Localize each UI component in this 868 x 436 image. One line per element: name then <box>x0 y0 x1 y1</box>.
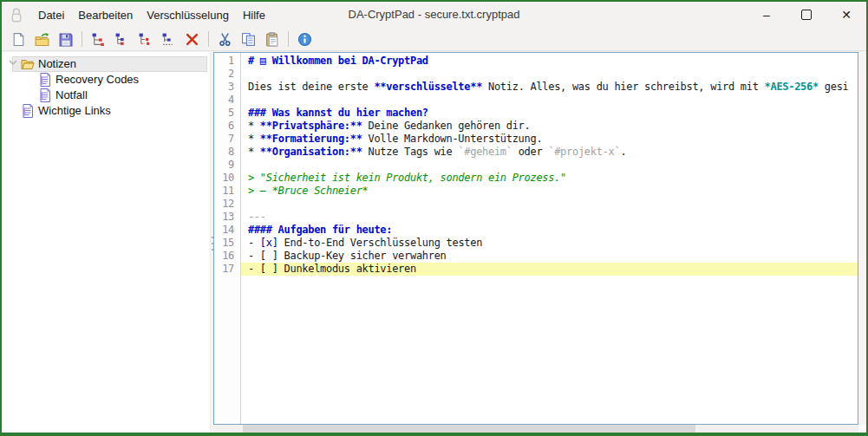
window-controls: – ✕ <box>747 2 866 28</box>
maximize-button[interactable] <box>786 2 826 28</box>
info-icon <box>297 32 312 47</box>
editor-text-area[interactable]: # ▤ Willkommen bei DA-CryptPad Dies ist … <box>241 53 858 424</box>
add-sibling-node-button[interactable] <box>134 29 156 49</box>
editor-text-segment: - [ ] Backup-Key sicher verwahren <box>248 250 447 262</box>
save-file-button[interactable] <box>55 29 76 49</box>
editor-line-16[interactable]: - [ ] Backup-Key sicher verwahren <box>241 250 858 263</box>
editor-line-9[interactable] <box>241 159 858 172</box>
toolbar-separator <box>288 31 289 47</box>
editor-vertical-scrollbar[interactable] <box>858 52 866 425</box>
menu-item-hilfe[interactable]: Hilfe <box>236 9 272 22</box>
sidebar-item-notizen[interactable]: Notizen <box>2 56 210 72</box>
editor-text-segment: **Privatsphäre:** <box>260 120 362 132</box>
folder-open-icon <box>21 57 35 71</box>
editor-text-segment: *AES-256* <box>765 81 819 93</box>
open-file-button[interactable] <box>31 29 53 49</box>
move-node-icon <box>161 32 176 47</box>
editor-line-10[interactable]: > "Sicherheit ist kein Produkt, sondern … <box>241 172 858 185</box>
editor-text-segment: * <box>248 133 260 145</box>
save-file-icon <box>58 32 73 47</box>
add-root-node-button[interactable] <box>88 29 109 49</box>
editor-line-8[interactable]: * **Organisation:** Nutze Tags wie `#geh… <box>241 146 858 159</box>
editor-horizontal-scrollbar[interactable] <box>213 425 858 434</box>
paste-icon <box>264 32 279 47</box>
new-file-icon <box>11 32 26 47</box>
editor-line-4[interactable] <box>241 94 858 107</box>
editor-line-13[interactable]: --- <box>241 211 858 224</box>
editor-line-2[interactable] <box>241 68 858 81</box>
add-sibling-node-icon <box>138 32 153 47</box>
cut-button[interactable] <box>214 29 236 49</box>
editor-line-1[interactable]: # ▤ Willkommen bei DA-CryptPad <box>241 55 858 68</box>
editor-text-segment: Dies ist deine erste <box>248 81 374 93</box>
editor-text-segment: * <box>248 146 260 158</box>
editor-text-segment: * <box>248 120 260 132</box>
editor-text-segment: **verschlüsselte** <box>374 81 482 93</box>
editor-text-segment: gesi <box>819 81 849 93</box>
paste-button[interactable] <box>261 29 283 49</box>
sidebar-item-recovery-codes[interactable]: Recovery Codes <box>2 72 210 88</box>
document-icon <box>21 104 35 118</box>
menu-item-verschl-sselung[interactable]: Verschlüsselung <box>140 9 236 22</box>
editor-text-segment: `#geheim` <box>458 146 512 158</box>
tree-item-label: Notizen <box>38 56 76 72</box>
line-number: 8 <box>214 146 240 159</box>
menu-item-bearbeiten[interactable]: Bearbeiten <box>71 9 140 22</box>
editor-text-segment: #### Aufgaben für heute: <box>248 224 392 236</box>
delete-node-icon <box>185 32 199 47</box>
line-number: 2 <box>214 68 240 81</box>
app-window: DateiBearbeitenVerschlüsselungHilfe DA-C… <box>0 0 868 436</box>
editor-line-5[interactable]: ### Was kannst du hier machen? <box>241 107 858 120</box>
editor-line-14[interactable]: #### Aufgaben für heute: <box>241 224 858 237</box>
editor-line-17[interactable]: - [ ] Dunkelmodus aktivieren <box>241 263 858 276</box>
line-number-gutter: 1234567891011121314151617 <box>214 53 241 424</box>
maximize-icon <box>801 10 812 20</box>
line-number: 3 <box>214 81 240 94</box>
editor-text-segment: - <box>248 237 260 249</box>
line-number: 6 <box>214 120 240 133</box>
add-root-node-icon <box>91 32 106 47</box>
editor-text-segment: Nutze Tags wie <box>362 146 459 158</box>
editor-text-segment: Volle Markdown-Unterstützung. <box>362 133 543 145</box>
document-icon <box>38 88 52 102</box>
tree-item-label: Wichtige Links <box>38 103 111 119</box>
add-child-node-button[interactable] <box>111 29 133 49</box>
editor-text-segment: --- <box>248 211 266 223</box>
editor-text-segment: ### Was kannst du hier machen? <box>248 107 428 119</box>
editor-text-segment: > "Sicherheit ist kein Produkt, sondern … <box>248 172 566 184</box>
editor-text-segment: [x] <box>260 237 278 249</box>
line-number: 16 <box>214 250 240 263</box>
editor-text-segment: Notiz. Alles, was du hier schreibst, wir… <box>482 81 764 93</box>
editor-line-15[interactable]: - [x] End-to-End Verschlüsselung testen <box>241 237 858 250</box>
editor-line-7[interactable]: * **Formatierung:** Volle Markdown-Unter… <box>241 133 858 146</box>
line-number: 10 <box>214 172 240 185</box>
sidebar-item-wichtige-links[interactable]: Wichtige Links <box>2 103 210 119</box>
open-file-icon <box>35 32 49 47</box>
notes-tree-panel: NotizenRecovery CodesNotfallWichtige Lin… <box>2 52 211 434</box>
editor-line-11[interactable]: > — *Bruce Schneier* <box>241 185 858 198</box>
line-number: 7 <box>214 133 240 146</box>
info-button[interactable] <box>294 29 316 49</box>
move-node-button[interactable] <box>158 29 179 49</box>
document-icon <box>38 73 52 87</box>
delete-node-button[interactable] <box>181 29 203 49</box>
editor-text-segment: End-to-End Verschlüsselung testen <box>278 237 482 249</box>
line-number: 15 <box>214 237 240 250</box>
menu-item-datei[interactable]: Datei <box>31 9 71 22</box>
minimize-button[interactable]: – <box>747 2 786 28</box>
editor-line-6[interactable]: * **Privatsphäre:** Deine Gedanken gehör… <box>241 120 858 133</box>
line-number: 11 <box>214 185 240 198</box>
editor-text-segment: oder <box>512 146 549 158</box>
copy-button[interactable] <box>238 29 259 49</box>
markdown-editor[interactable]: 1234567891011121314151617 # ▤ Willkommen… <box>213 52 858 425</box>
line-number: 17 <box>214 263 240 276</box>
editor-line-12[interactable] <box>241 198 858 211</box>
new-file-button[interactable] <box>8 29 29 49</box>
editor-line-3[interactable]: Dies ist deine erste **verschlüsselte** … <box>241 81 858 94</box>
toolbar-separator <box>208 31 209 47</box>
horizontal-scrollbar-thumb[interactable] <box>243 425 695 434</box>
line-number: 14 <box>214 224 240 237</box>
sidebar-item-notfall[interactable]: Notfall <box>2 88 210 103</box>
chevron-down-icon[interactable] <box>9 60 17 65</box>
close-button[interactable]: ✕ <box>826 2 866 28</box>
